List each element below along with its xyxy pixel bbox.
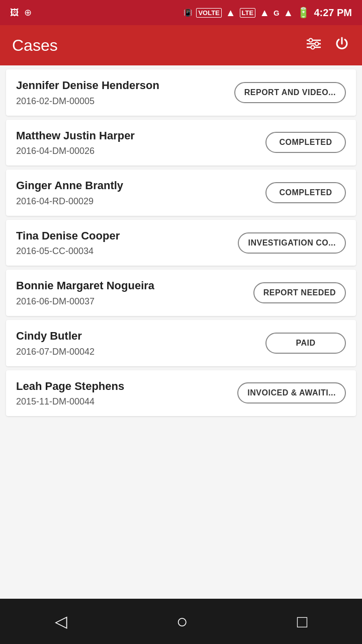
back-button[interactable]: ◁ [45,607,77,636]
case-status-7[interactable]: INVOICED & AWAITI... [237,382,346,404]
signal2-icon: ▲ [284,7,294,19]
page-title: Cases [12,36,58,55]
case-info-1: Jennifer Denise Henderson2016-02-DM-0000… [16,78,234,107]
case-name-1: Jennifer Denise Henderson [16,78,234,93]
battery-icon: 🔋 [297,7,310,19]
status-bar-right: 📳 VOLTE ▲ LTE ▲ G ▲ 🔋 4:27 PM [184,7,352,19]
case-number-4: 2016-05-CC-00034 [16,246,238,257]
time-display: 4:27 PM [314,7,352,19]
case-number-1: 2016-02-DM-00005 [16,96,234,107]
case-status-6[interactable]: PAID [265,333,346,354]
home-button[interactable]: ○ [166,606,198,637]
status-bar: 🖼 ⊕ 📳 VOLTE ▲ LTE ▲ G ▲ 🔋 4:27 PM [0,0,362,25]
case-card-5[interactable]: Bonnie Margaret Nogueira2016-06-DM-00037… [6,270,356,316]
case-status-5[interactable]: REPORT NEEDED [253,282,346,303]
cases-list: Jennifer Denise Henderson2016-02-DM-0000… [0,65,362,599]
case-status-4[interactable]: INVESTIGATION CO... [238,232,346,254]
case-card-6[interactable]: Cindy Butler2016-07-DM-00042PAID [6,320,356,366]
case-card-7[interactable]: Leah Page Stephens2015-11-DM-00044INVOIC… [6,370,356,417]
app-bar: Cases [0,25,362,65]
case-number-7: 2015-11-DM-00044 [16,396,237,407]
svg-point-5 [311,45,315,49]
case-card-1[interactable]: Jennifer Denise Henderson2016-02-DM-0000… [6,69,356,116]
case-info-5: Bonnie Margaret Nogueira2016-06-DM-00037 [16,279,253,307]
volte-label: VOLTE [196,8,221,18]
image-icon: 🖼 [10,8,19,18]
recents-button[interactable]: □ [287,607,318,636]
case-card-4[interactable]: Tina Denise Cooper2016-05-CC-00034INVEST… [6,220,356,266]
case-info-7: Leah Page Stephens2015-11-DM-00044 [16,379,237,408]
case-info-4: Tina Denise Cooper2016-05-CC-00034 [16,229,238,257]
lte-label: LTE [240,8,256,18]
case-info-3: Ginger Anne Brantly2016-04-RD-00029 [16,179,265,207]
case-number-2: 2016-04-DM-00026 [16,146,265,156]
android-icon: ⊕ [24,7,32,18]
case-card-3[interactable]: Ginger Anne Brantly2016-04-RD-00029COMPL… [6,170,356,216]
filter-icon[interactable] [306,37,322,54]
case-number-3: 2016-04-RD-00029 [16,196,265,207]
case-number-5: 2016-06-DM-00037 [16,296,253,307]
status-bar-left: 🖼 ⊕ [10,7,32,18]
case-name-6: Cindy Butler [16,329,265,344]
g-icon: G [274,9,280,17]
case-number-6: 2016-07-DM-00042 [16,347,265,357]
case-name-5: Bonnie Margaret Nogueira [16,279,253,293]
signal-icon: ▲ [259,7,269,19]
case-info-2: Matthew Justin Harper2016-04-DM-00026 [16,129,265,157]
case-name-4: Tina Denise Cooper [16,229,238,244]
app-bar-actions [306,36,350,55]
case-info-6: Cindy Butler2016-07-DM-00042 [16,329,265,357]
case-name-7: Leah Page Stephens [16,379,237,394]
case-status-3[interactable]: COMPLETED [265,182,346,203]
power-icon[interactable] [334,36,350,55]
svg-point-3 [309,38,313,42]
case-status-2[interactable]: COMPLETED [265,132,346,153]
wifi-icon: ▲ [226,7,236,19]
case-status-1[interactable]: REPORT AND VIDEO... [234,82,346,103]
case-card-2[interactable]: Matthew Justin Harper2016-04-DM-00026COM… [6,120,356,166]
bottom-nav: ◁ ○ □ [0,599,362,644]
case-name-2: Matthew Justin Harper [16,129,265,143]
vibrate-icon: 📳 [184,9,192,17]
case-name-3: Ginger Anne Brantly [16,179,265,193]
svg-point-4 [315,42,319,45]
